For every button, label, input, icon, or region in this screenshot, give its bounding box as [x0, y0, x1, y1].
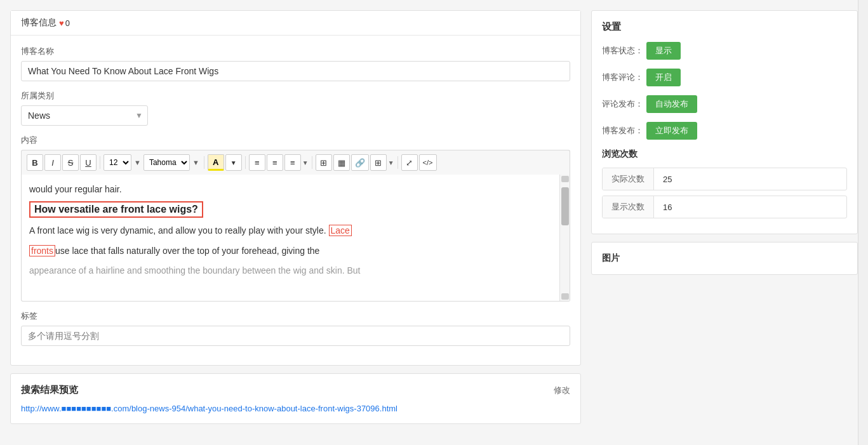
unordered-list-button[interactable]: ≡ [249, 154, 265, 171]
align-arrow: ▼ [302, 159, 309, 166]
blog-name-label: 博客名称 [21, 46, 570, 57]
font-size-arrow: ▼ [133, 159, 142, 166]
editor-body[interactable]: would your regular hair. How versatile a… [21, 175, 570, 302]
font-family-arrow: ▼ [191, 159, 201, 166]
search-preview-url: http://www.■■■■■■■■■■.com/blog-news-954/… [21, 404, 570, 413]
editor-para-1: A front lace wig is very dynamic, and al… [29, 223, 553, 239]
toolbar-sep-5 [397, 156, 398, 169]
editor-scrollbar[interactable] [559, 175, 570, 301]
tag-group: 标签 [21, 310, 570, 346]
status-button[interactable]: 显示 [646, 42, 681, 60]
blog-name-group: 博客名称 [21, 46, 570, 81]
toolbar-sep-1 [100, 156, 100, 169]
toolbar-sep-2 [204, 156, 204, 169]
settings-card: 设置 博客状态： 显示 博客评论： 开启 评论发布： 自动发布 博客发布： 立即… [591, 10, 858, 234]
editor-para-2-after: use lace that falls naturally over the t… [55, 246, 319, 256]
display-visits-label: 显示次数 [603, 196, 654, 218]
editor-heading-block: How versatile are front lace wigs? [29, 201, 553, 223]
actual-visits-row: 实际次数 25 [602, 168, 847, 190]
color-picker-button[interactable]: ▼ [225, 154, 242, 171]
card-title: 博客信息 [21, 17, 57, 29]
comment-button[interactable]: 开启 [646, 69, 681, 86]
comment-publish-row: 评论发布： 自动发布 [602, 95, 847, 113]
table-button[interactable]: ⊞ [370, 154, 387, 171]
page-scrollbar[interactable] [858, 0, 868, 434]
category-select-wrap: News Technology Fashion Health ▼ [21, 105, 148, 126]
blog-publish-button[interactable]: 立即发布 [646, 122, 697, 140]
source-button[interactable]: </> [419, 154, 437, 171]
search-preview-title: 搜索结果预览 [21, 384, 78, 396]
toolbar-sep-4 [312, 156, 312, 169]
comment-row: 博客评论： 开启 [602, 69, 847, 86]
actual-visits-value: 25 [654, 169, 846, 189]
editor-line-1: would your regular hair. [29, 182, 553, 196]
font-family-select[interactable]: TahomaArialTimes [144, 154, 190, 171]
editor-para-3: appearance of a hairline and smoothing t… [29, 263, 553, 279]
content-group: 内容 B I S U 12141618 ▼ TahomaArialTimes [21, 135, 570, 302]
stats-title: 浏览次数 [602, 149, 847, 160]
search-preview-header: 搜索结果预览 修改 [21, 384, 570, 396]
bold-button[interactable]: B [27, 154, 43, 171]
editor-fronts-link[interactable]: fronts [29, 245, 55, 256]
actual-visits-label: 实际次数 [603, 168, 654, 190]
image-section-title: 图片 [602, 253, 847, 264]
tag-label: 标签 [21, 310, 570, 322]
ordered-list-button[interactable]: ≡ [267, 154, 283, 171]
settings-title: 设置 [602, 21, 847, 33]
search-preview-edit-link[interactable]: 修改 [554, 385, 570, 396]
display-visits-value: 16 [654, 197, 846, 217]
toolbar-sep-3 [245, 156, 246, 169]
editor-para-1-before: A front lace wig is very dynamic, and al… [29, 225, 329, 236]
category-label: 所属类别 [21, 90, 570, 102]
content-label: 内容 [21, 135, 570, 146]
text-color-button[interactable]: A [208, 154, 224, 171]
blog-info-card: 博客信息 ♥ 0 博客名称 所属类别 News Technology [10, 10, 581, 366]
category-group: 所属类别 News Technology Fashion Health ▼ [21, 90, 570, 126]
card-body: 博客名称 所属类别 News Technology Fashion Health… [11, 36, 580, 365]
display-visits-row: 显示次数 16 [602, 196, 847, 218]
strikethrough-button[interactable]: S [62, 154, 79, 171]
editor-heading: How versatile are front lace wigs? [29, 201, 203, 218]
comment-publish-button[interactable]: 自动发布 [646, 95, 697, 113]
status-label: 博客状态： [602, 45, 646, 56]
editor-para-2: frontsuse lace that falls naturally over… [29, 243, 553, 259]
category-select[interactable]: News Technology Fashion Health [21, 105, 148, 126]
scroll-thumb [561, 187, 569, 225]
status-row: 博客状态： 显示 [602, 42, 847, 60]
link-button[interactable]: 🔗 [351, 154, 369, 171]
editor-content-area[interactable]: would your regular hair. How versatile a… [22, 175, 570, 286]
search-preview-card: 搜索结果预览 修改 http://www.■■■■■■■■■■.com/blog… [10, 373, 581, 424]
card-header: 博客信息 ♥ 0 [11, 11, 580, 36]
image-button[interactable]: ⊞ [316, 154, 332, 171]
heart-icon: ♥ [59, 18, 64, 28]
blog-name-input[interactable] [21, 61, 570, 81]
comment-label: 博客评论： [602, 72, 646, 83]
table-arrow: ▼ [388, 159, 394, 166]
fullscreen-button[interactable]: ⤢ [401, 154, 418, 171]
editor-lace-link[interactable]: Lace [329, 225, 352, 236]
tag-input[interactable] [21, 326, 570, 346]
likes-count: 0 [65, 18, 70, 28]
blog-publish-label: 博客发布： [602, 125, 646, 136]
underline-button[interactable]: U [80, 154, 97, 171]
italic-button[interactable]: I [44, 154, 61, 171]
media-button[interactable]: ▦ [333, 154, 350, 171]
align-button[interactable]: ≡ [284, 154, 301, 171]
editor-toolbar: B I S U 12141618 ▼ TahomaArialTimes ▼ [21, 150, 570, 175]
scroll-arrow-up [561, 176, 569, 182]
font-size-select[interactable]: 12141618 [103, 154, 131, 171]
blog-publish-row: 博客发布： 立即发布 [602, 122, 847, 140]
stats-section: 浏览次数 实际次数 25 显示次数 16 [602, 149, 847, 218]
image-section-card: 图片 [591, 242, 858, 275]
scroll-arrow-down [561, 293, 569, 300]
comment-publish-label: 评论发布： [602, 98, 646, 110]
